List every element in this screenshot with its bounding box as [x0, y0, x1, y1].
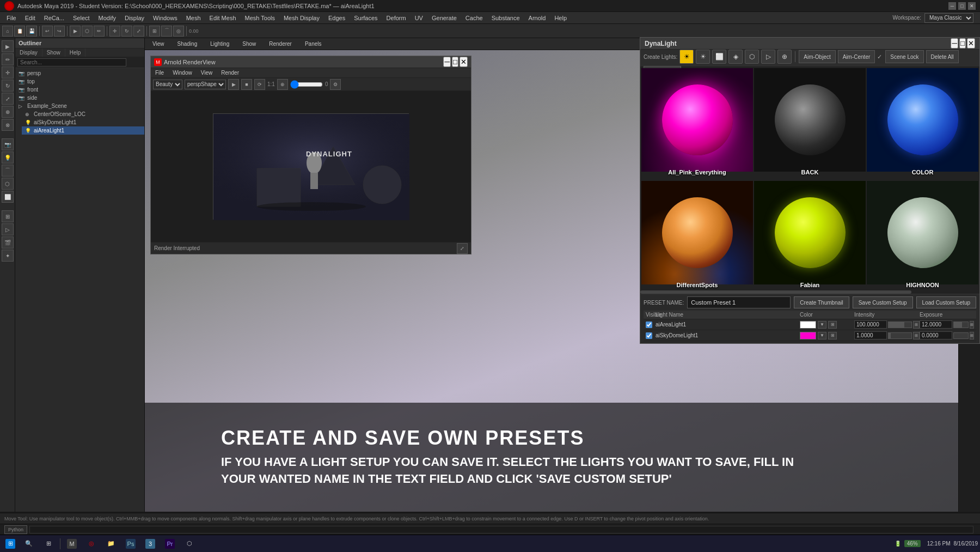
- menu-generate[interactable]: Generate: [427, 14, 461, 22]
- preset-all-pink[interactable]: All_Pink_Everything: [641, 68, 753, 180]
- arv-menu-file[interactable]: File: [153, 70, 166, 76]
- toolbar-btn-lasso[interactable]: ⬡: [82, 26, 93, 37]
- menu-deform[interactable]: Deform: [382, 14, 411, 22]
- arv-menu-view[interactable]: View: [199, 70, 215, 76]
- taskbar-files-btn[interactable]: 📁: [102, 537, 120, 551]
- arv-camera-select[interactable]: perspShape: [185, 80, 226, 89]
- lt-move[interactable]: ✛: [2, 66, 14, 78]
- dl-ibl-btn[interactable]: ⊕: [777, 50, 792, 64]
- tree-item-top[interactable]: 📷 top: [15, 77, 144, 86]
- outliner-tab-help[interactable]: Help: [65, 48, 86, 57]
- lt-scale[interactable]: ⤢: [2, 93, 14, 105]
- preset-highnoon[interactable]: HIGHNOON: [867, 181, 978, 290]
- lt-universal[interactable]: ⊕: [2, 106, 14, 118]
- lt-rigging[interactable]: ⊞: [2, 210, 14, 222]
- lt-curve[interactable]: ⌒: [2, 165, 14, 177]
- dl-minimize[interactable]: ─: [951, 38, 958, 48]
- lt-fx[interactable]: ✦: [2, 250, 14, 262]
- menu-edit[interactable]: Edit: [21, 14, 40, 22]
- dl-light2-color-swatch[interactable]: [800, 332, 816, 339]
- menu-windows[interactable]: Windows: [149, 14, 182, 22]
- viewport-menu-renderer[interactable]: Renderer: [265, 40, 296, 48]
- toolbar-btn-snap-curve[interactable]: ⌒: [161, 26, 172, 37]
- dl-close[interactable]: ✕: [967, 38, 975, 48]
- lt-render[interactable]: 🎬: [2, 236, 14, 248]
- dl-scene-lock-btn[interactable]: Scene Lock: [885, 50, 923, 63]
- arv-menu-window[interactable]: Window: [170, 70, 194, 76]
- dl-aim-center-btn[interactable]: Aim-Center: [838, 50, 875, 63]
- toolbar-btn-undo[interactable]: ↩: [42, 26, 53, 37]
- minimize-button[interactable]: ─: [948, 2, 956, 10]
- arv-btn-zoom[interactable]: ⊕: [277, 79, 288, 90]
- menu-edges[interactable]: Edges: [324, 14, 350, 22]
- menu-help[interactable]: Help: [550, 14, 571, 22]
- viewport-menu-shading[interactable]: Shading: [173, 40, 202, 48]
- tree-item-arealight[interactable]: 💡 aiAreaLight1: [22, 126, 144, 135]
- toolbar-btn-move[interactable]: ✛: [109, 26, 120, 37]
- dl-point-light-btn[interactable]: ☀: [679, 50, 694, 64]
- taskbar-chrome-btn[interactable]: ◎: [82, 537, 101, 551]
- menu-cache[interactable]: Cache: [461, 14, 487, 22]
- toolbar-btn-snap-pt[interactable]: ◎: [173, 26, 184, 37]
- taskbar-ps-btn[interactable]: Ps: [121, 537, 140, 551]
- lt-rotate[interactable]: ↻: [2, 80, 14, 92]
- dl-volume-btn[interactable]: ⬡: [745, 50, 759, 64]
- arv-btn-settings[interactable]: ⚙: [330, 79, 341, 90]
- menu-arnold[interactable]: Arnold: [524, 14, 550, 22]
- dl-light2-intensity-input[interactable]: [854, 331, 887, 339]
- lt-light[interactable]: 💡: [2, 151, 14, 163]
- menu-select[interactable]: Select: [69, 14, 94, 22]
- command-line[interactable]: [29, 526, 973, 533]
- dl-light2-exposure-slider[interactable]: [953, 332, 969, 339]
- tree-item-skydome[interactable]: 💡 aiSkyDomeLight1: [22, 118, 144, 126]
- dl-light2-intensity-slider[interactable]: [888, 332, 912, 339]
- viewport-menu-view[interactable]: View: [148, 40, 169, 48]
- toolbar-btn-snap-grid[interactable]: ⊞: [149, 26, 160, 37]
- menu-substance[interactable]: Substance: [487, 14, 524, 22]
- taskbar-other-btn[interactable]: ⬡: [180, 537, 199, 551]
- lt-deform[interactable]: ⬜: [2, 191, 14, 203]
- dl-create-thumbnail-btn[interactable]: Create Thumbnail: [794, 296, 849, 308]
- dl-light1-visible[interactable]: [646, 322, 652, 328]
- dl-light2-intensity-expand[interactable]: ⊞: [913, 332, 920, 339]
- arv-expand-btn[interactable]: ⤢: [457, 243, 468, 254]
- tree-item-scene[interactable]: ▷ Example_Scene: [15, 102, 144, 110]
- menu-modify[interactable]: Modify: [94, 14, 120, 22]
- dl-light1-intensity-input[interactable]: [854, 320, 887, 329]
- tree-item-side[interactable]: 📷 side: [15, 94, 144, 102]
- dl-delete-all-btn[interactable]: Delete All: [926, 50, 959, 63]
- toolbar-btn-scale[interactable]: ⤢: [133, 26, 144, 37]
- lt-paint[interactable]: ✏: [2, 53, 14, 65]
- menu-display[interactable]: Display: [120, 14, 149, 22]
- outliner-tab-display[interactable]: Display: [15, 48, 42, 57]
- dl-save-custom-setup-btn[interactable]: Save Custom Setup: [853, 296, 913, 308]
- arv-btn-play[interactable]: ▶: [228, 79, 239, 90]
- toolbar-btn-redo[interactable]: ↪: [54, 26, 65, 37]
- outliner-search-input[interactable]: [17, 58, 126, 66]
- dl-light2-visible[interactable]: [646, 332, 652, 339]
- close-button[interactable]: ✕: [968, 2, 976, 10]
- lt-poly[interactable]: ⬡: [2, 178, 14, 190]
- taskbar-pr-btn[interactable]: Pr: [161, 537, 179, 551]
- toolbar-btn-3[interactable]: 💾: [26, 26, 37, 37]
- dl-area-btn[interactable]: ⬜: [712, 50, 726, 64]
- menu-mesh-display[interactable]: Mesh Display: [279, 14, 324, 22]
- outliner-tab-show[interactable]: Show: [42, 48, 65, 57]
- arv-view-mode-select[interactable]: Beauty: [153, 80, 182, 89]
- arv-menu-render[interactable]: Render: [219, 70, 241, 76]
- toolbar-btn-2[interactable]: 📋: [14, 26, 25, 37]
- arv-btn-ipr[interactable]: ⟳: [254, 79, 265, 90]
- dl-light1-color-btn[interactable]: ▼: [818, 321, 826, 329]
- arv-maximize[interactable]: □: [452, 57, 458, 67]
- lt-anim[interactable]: ▷: [2, 223, 14, 235]
- taskbar-3ds-btn[interactable]: 3: [141, 537, 160, 551]
- preset-fabian[interactable]: Fabian: [754, 181, 866, 290]
- dl-light1-exposure-expand[interactable]: ⊞: [970, 321, 974, 329]
- toolbar-btn-select[interactable]: ▶: [70, 26, 81, 37]
- dl-light1-exposure-input[interactable]: [920, 320, 952, 329]
- maximize-button[interactable]: □: [958, 2, 966, 10]
- toolbar-btn-1[interactable]: ⌂: [2, 26, 13, 37]
- dl-maximize[interactable]: □: [959, 38, 966, 48]
- lt-select[interactable]: ▶: [2, 40, 14, 52]
- menu-surfaces[interactable]: Surfaces: [350, 14, 382, 22]
